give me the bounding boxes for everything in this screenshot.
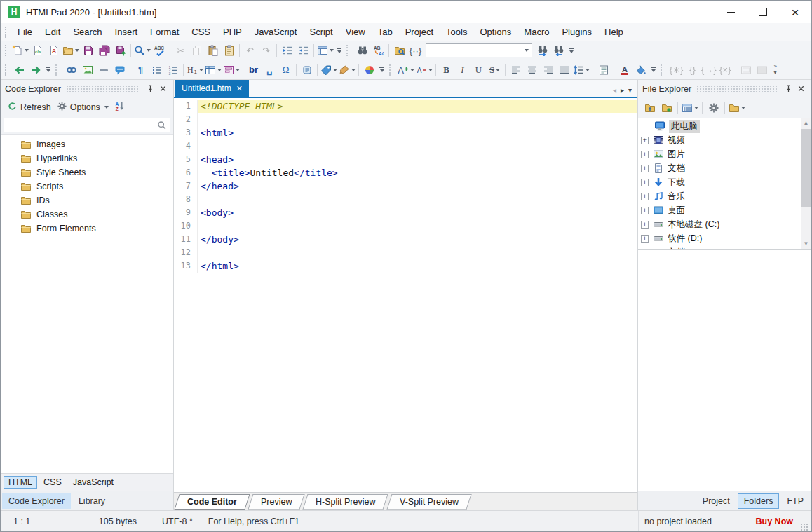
tab-javascript[interactable]: JavaScript xyxy=(68,476,119,489)
indent-button[interactable] xyxy=(279,43,295,59)
align-right-button[interactable] xyxy=(540,62,556,78)
main-toolbar-overflow-button[interactable]: » ▾ xyxy=(771,62,780,79)
save-and-upload-button[interactable] xyxy=(112,43,128,59)
code-explorer-folder-hyperlinks[interactable]: Hyperlinks xyxy=(1,151,173,165)
explorer-settings-button[interactable] xyxy=(705,100,722,116)
horizontal-rule-button[interactable] xyxy=(95,62,111,78)
code-line-10[interactable]: 10 xyxy=(174,219,637,233)
navigate-forward-button[interactable] xyxy=(27,62,43,78)
sort-az-button[interactable]: AZ xyxy=(112,100,127,115)
save-button[interactable] xyxy=(80,43,96,59)
expand-icon[interactable]: + xyxy=(641,221,649,229)
code-line-4[interactable]: 4 xyxy=(174,139,637,153)
tab-code-explorer[interactable]: Code Explorer xyxy=(2,493,71,509)
menu-options[interactable]: Options xyxy=(473,25,517,39)
form-button[interactable] xyxy=(222,62,241,78)
outdent-button[interactable] xyxy=(295,43,311,59)
maximize-button[interactable] xyxy=(747,1,779,23)
open-file-button[interactable] xyxy=(62,43,80,59)
toolbar-group-grip[interactable] xyxy=(346,45,351,56)
code-line-13[interactable]: 13</html> xyxy=(174,259,637,273)
expand-icon[interactable]: + xyxy=(641,235,649,243)
format-toolbar-overflow-button[interactable] xyxy=(649,62,658,78)
code-explorer-folder-scripts[interactable]: Scripts xyxy=(1,179,173,193)
tab-project[interactable]: Project xyxy=(696,493,736,509)
tree-scrollbar[interactable]: ▲ ▼ xyxy=(801,118,811,249)
code-line-6[interactable]: 6 <title>Untitled</title> xyxy=(174,166,637,179)
align-center-button[interactable] xyxy=(524,62,540,78)
scroll-up-icon[interactable]: ▲ xyxy=(801,118,811,128)
chevron-down-icon[interactable] xyxy=(522,44,532,57)
expand-icon[interactable]: + xyxy=(641,151,649,158)
menu-css[interactable]: CSS xyxy=(185,25,217,39)
menu-tools[interactable]: Tools xyxy=(440,25,473,39)
file-explorer-drag-dots[interactable] xyxy=(696,86,777,92)
menu-php[interactable]: PHP xyxy=(217,25,248,39)
font-size-increase-button[interactable]: A xyxy=(397,62,415,78)
code-explorer-close-icon[interactable] xyxy=(156,83,169,95)
html-toolbar-overflow-button[interactable] xyxy=(377,62,386,78)
code-line-7[interactable]: 7</head> xyxy=(174,179,637,193)
non-breaking-space-button[interactable]: ␣ xyxy=(262,62,278,78)
tree-item-下载[interactable]: +下载 xyxy=(641,175,801,189)
tree-item-文档 (E:)[interactable]: +文档 (E:) xyxy=(641,245,801,250)
scroll-tabs-right-icon[interactable]: ▸ xyxy=(621,86,624,94)
file-explorer-file-list[interactable] xyxy=(638,250,811,491)
tab-ftp[interactable]: FTP xyxy=(780,493,810,509)
tree-item-本地磁盘 (C:)[interactable]: +本地磁盘 (C:) xyxy=(641,217,801,231)
code-line-11[interactable]: 11</body> xyxy=(174,233,637,246)
expand-icon[interactable]: + xyxy=(641,193,649,200)
special-character-button[interactable]: Ω xyxy=(278,62,294,78)
fill-color-button[interactable] xyxy=(632,62,649,78)
clipboard-viewer-button[interactable] xyxy=(221,43,237,59)
toolbar1-grip[interactable] xyxy=(5,45,8,56)
code-line-8[interactable]: 8 xyxy=(174,193,637,206)
panel-layout-button[interactable] xyxy=(316,43,334,59)
bold-button[interactable]: B xyxy=(438,62,454,78)
code-explorer-pin-icon[interactable] xyxy=(144,83,156,95)
toolbar-group-grip[interactable] xyxy=(389,64,394,76)
find-in-files-button[interactable] xyxy=(391,43,407,59)
menu-search[interactable]: Search xyxy=(67,25,108,39)
tab-preview[interactable]: Preview xyxy=(248,494,305,510)
code-editor[interactable]: 1<!DOCTYPE HTML>23<html>45<head>6 <title… xyxy=(174,98,637,492)
justify-button[interactable] xyxy=(556,62,572,78)
paste-button[interactable] xyxy=(205,43,221,59)
ordered-list-button[interactable]: 123 xyxy=(165,62,181,78)
tab-library[interactable]: Library xyxy=(72,493,111,509)
tab-folders[interactable]: Folders xyxy=(738,493,780,509)
new-document-button[interactable] xyxy=(11,43,29,59)
new-html-document-button[interactable]: </> xyxy=(29,43,46,59)
table-button[interactable] xyxy=(204,62,222,78)
file-toolbar-overflow-button[interactable] xyxy=(334,43,344,59)
favorites-button[interactable] xyxy=(728,100,746,116)
toolbar-group-grip[interactable] xyxy=(661,64,665,76)
font-size-decrease-button[interactable]: A xyxy=(415,62,433,78)
code-line-12[interactable]: 12 xyxy=(174,246,637,259)
tag-button[interactable] xyxy=(320,62,338,78)
quick-search-combobox[interactable] xyxy=(426,43,532,57)
close-button[interactable] xyxy=(779,1,811,23)
code-explorer-folder-style-sheets[interactable]: Style Sheets xyxy=(1,165,173,179)
menu-edit[interactable]: Edit xyxy=(39,25,67,39)
quick-search-combobox-field[interactable] xyxy=(426,45,522,56)
menu-help[interactable]: Help xyxy=(598,25,630,39)
scroll-tabs-left-icon[interactable]: ◂ xyxy=(613,86,616,94)
scrollbar-thumb[interactable] xyxy=(801,129,811,207)
tab-list-dropdown-icon[interactable]: ▾ xyxy=(628,86,632,94)
scrollbar-track[interactable] xyxy=(801,128,811,238)
tree-item-视频[interactable]: +视频 xyxy=(641,133,801,147)
menu-macro[interactable]: Macro xyxy=(517,25,555,39)
menu-file[interactable]: File xyxy=(11,25,39,39)
color-picker-button[interactable] xyxy=(361,62,377,78)
code-line-5[interactable]: 5<head> xyxy=(174,153,637,166)
heading-button[interactable]: H1 xyxy=(186,62,204,78)
strikethrough-button[interactable]: S xyxy=(487,62,503,78)
code-line-9[interactable]: 9<body> xyxy=(174,206,637,219)
file-explorer-pin-icon[interactable] xyxy=(782,83,794,95)
tab-h-split-preview[interactable]: H-Split Preview xyxy=(303,494,389,510)
menu-script[interactable]: Script xyxy=(303,25,339,39)
code-line-3[interactable]: 3<html> xyxy=(174,126,637,139)
find-previous-button[interactable] xyxy=(550,43,567,59)
code-explorer-folder-classes[interactable]: Classes xyxy=(1,207,173,221)
